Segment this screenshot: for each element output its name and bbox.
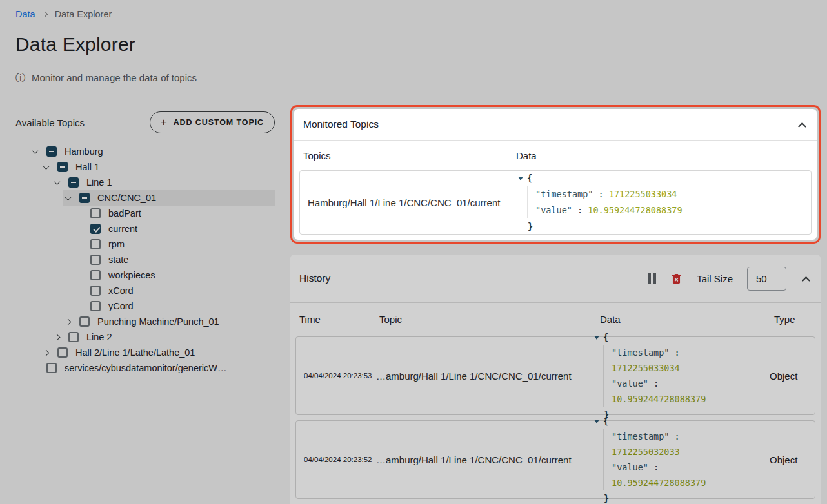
json-open-line: { [594,413,770,429]
json-line: "value" : 10.959244728088379 [612,460,748,490]
history-row-topic: …amburg/Hall 1/Line 1/CNC/CNC_01/current [376,454,594,465]
tree-item-ycord[interactable]: yCord [74,298,275,314]
pause-icon[interactable] [648,273,656,284]
chevron-down-icon[interactable] [30,150,40,154]
plus-icon: + [161,118,168,127]
tree-item-hall-1[interactable]: Hall 1 [41,159,275,175]
history-col-time: Time [299,314,379,325]
add-custom-topic-button[interactable]: + ADD CUSTOM TOPIC [150,111,275,133]
tree-item-punching-machine-punch-01[interactable]: Punching Machine/Punch_01 [63,314,275,329]
checkbox-indeterminate[interactable] [79,193,90,203]
json-open-line: { [518,170,683,186]
checkbox-unchecked[interactable] [90,255,101,265]
history-row-type: Object [770,371,815,382]
checkbox-indeterminate[interactable] [68,177,79,188]
chevron-down-icon[interactable] [52,180,62,185]
monitored-col-data: Data [516,150,537,161]
json-viewer: {"timestamp" : 1712255033034"value" : 10… [594,329,770,422]
json-colon: : [669,431,679,441]
json-value: 10.959244728088379 [612,394,706,404]
checkbox-checked[interactable] [90,224,101,234]
json-open-brace: { [603,332,608,342]
chevron-right-icon[interactable] [41,351,51,355]
tree-item-label: current [108,224,137,234]
chevron-up-icon [802,276,810,284]
tree-item-services-cybusdatamonitor-genericw[interactable]: services/cybusdatamonitor/genericW… [30,360,275,376]
tree-item-label: workpieces [108,270,155,280]
tree-item-label: CNC/CNC_01 [97,193,156,203]
checkbox-indeterminate[interactable] [46,146,57,157]
json-value: 1712255033034 [612,363,680,373]
info-icon: ⓘ [15,73,26,83]
json-key: "timestamp" [612,347,669,358]
history-rows: 04/04/2024 20:23:53…amburg/Hall 1/Line 1… [290,335,821,499]
json-open-brace: { [603,416,608,426]
chevron-right-icon[interactable] [52,335,62,340]
json-lines: "timestamp" : 1712255032033"value" : 10.… [603,429,748,490]
history-row-data: {"timestamp" : 1712255032033"value" : 10… [594,413,770,504]
json-lines: "timestamp" : 1712255033034"value" : 10.… [527,186,683,218]
history-card: History Tail Size [290,255,821,504]
json-collapse-icon[interactable] [518,177,523,180]
tree-item-line-1[interactable]: Line 1 [52,175,275,190]
history-row: 04/04/2024 20:23:53…amburg/Hall 1/Line 1… [295,336,815,415]
tail-size-input[interactable] [747,267,786,291]
tree-item-cnc-cnc-01[interactable]: CNC/CNC_01 [63,190,275,206]
trash-delete-icon [670,272,683,285]
tree-item-badpart[interactable]: badPart [74,206,275,221]
history-row: 04/04/2024 20:23:52…amburg/Hall 1/Line 1… [295,420,815,499]
clear-history-button[interactable] [670,272,683,285]
chevron-down-icon[interactable] [63,196,73,200]
json-value: 10.959244728088379 [612,478,706,488]
tree-item-label: services/cybusdatamonitor/genericW… [65,363,226,373]
annotation-highlight-ring: Monitored Topics Topics Data Hamburg/Hal… [290,105,821,244]
checkbox-unchecked[interactable] [90,301,101,311]
checkbox-indeterminate[interactable] [57,162,68,172]
tree-item-xcord[interactable]: xCord [74,283,275,298]
json-open-brace: { [527,173,532,183]
json-colon: : [648,378,659,389]
json-collapse-icon[interactable] [594,336,599,340]
json-key: "timestamp" [535,189,593,199]
history-collapse-button[interactable] [801,271,812,286]
checkbox-unchecked[interactable] [90,208,101,218]
json-key: "value" [612,378,648,389]
json-line: "timestamp" : 1712255032033 [612,429,748,460]
json-collapse-icon[interactable] [594,420,599,423]
checkbox-unchecked[interactable] [57,347,68,358]
json-key: "timestamp" [612,431,669,441]
chevron-right-icon[interactable] [63,320,73,324]
topic-tree: HamburgHall 1Line 1CNC/CNC_01badPartcurr… [15,144,275,376]
tree-item-current[interactable]: current [74,221,275,237]
tree-item-hall-2-line-1-lathe-lathe-01[interactable]: Hall 2/Line 1/Lathe/Lathe_01 [41,345,275,360]
monitored-rows: Hamburg/Hall 1/Line 1/CNC/CNC_01/current… [294,170,817,240]
breadcrumb-link-data[interactable]: Data [15,9,35,19]
tree-item-line-2[interactable]: Line 2 [52,329,275,345]
tree-item-label: Punching Machine/Punch_01 [97,316,219,327]
tree-item-label: state [108,255,128,265]
monitored-topics-title: Monitored Topics [303,119,379,130]
history-row-type: Object [770,454,815,465]
json-value: 1712255032033 [612,447,680,457]
checkbox-unchecked[interactable] [79,316,90,327]
tree-item-workpieces[interactable]: workpieces [74,267,275,283]
history-col-type: Type [774,314,812,325]
history-title: History [299,273,330,284]
tree-item-hamburg[interactable]: Hamburg [30,144,275,159]
tree-item-state[interactable]: state [74,252,275,267]
json-value: 1712255033034 [609,189,677,199]
monitored-col-topics: Topics [303,150,516,161]
tree-item-label: Hall 1 [75,162,99,172]
monitored-topics-card: Monitored Topics Topics Data Hamburg/Hal… [294,109,817,240]
checkbox-unchecked[interactable] [68,332,79,342]
checkbox-unchecked[interactable] [46,363,57,373]
monitored-collapse-button[interactable] [797,117,808,132]
checkbox-unchecked[interactable] [90,270,101,280]
page-title: Data Explorer [15,34,812,55]
tree-item-rpm[interactable]: rpm [74,237,275,252]
checkbox-unchecked[interactable] [90,286,101,296]
breadcrumb: Data Data Explorer [15,9,812,19]
chevron-down-icon[interactable] [41,165,51,170]
checkbox-unchecked[interactable] [90,239,101,249]
json-colon: : [593,189,608,199]
